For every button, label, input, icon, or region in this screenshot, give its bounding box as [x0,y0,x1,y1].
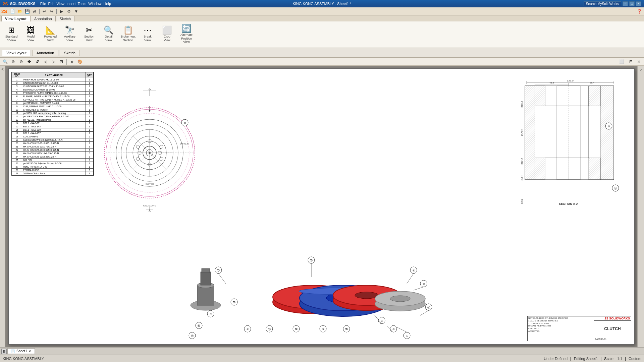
close-button[interactable]: × [636,1,641,6]
zoom-in-button[interactable]: ⊕ [9,58,17,65]
crop-view-button[interactable]: ⬜ CropView [158,24,176,44]
open-button[interactable]: 📂 [16,8,23,14]
search-mysw[interactable]: Search MySolidWorks [584,1,621,6]
table-row: 29 20 Plate Clutch Pack 1 [12,172,94,175]
table-row: 4 BEARING CARRIER 11-15-06 1 [12,88,94,92]
auxiliary-view-button[interactable]: 🔭 AuxiliaryView [60,24,79,44]
tab-annotation[interactable]: Annotation [31,16,56,21]
projected-view-button[interactable]: 📐 ProjectedView [41,24,60,44]
tab-sketch[interactable]: Sketch [56,16,75,21]
customize-button[interactable]: ▼ [73,8,79,14]
drawing-sheet: ITEMNO. P ART NUMBER QTY. 1 INNER HUB 20… [8,68,635,345]
cell-part-number: 20 Plate Clutch Pack [22,172,86,175]
cell-part-number: CUP, SPRING 20P111-KK, 11-15-06 [22,105,86,108]
svg-text:⑦: ⑦ [210,313,212,316]
table-row: 10 SPROCKET 37 TOOTH 1 [12,108,94,112]
svg-text:⑯: ⑯ [198,324,200,327]
menu-insert[interactable]: Insert [66,2,76,6]
svg-rect-49 [535,158,545,180]
view-layout-tab[interactable]: View Layout [2,50,31,56]
save-button[interactable]: 💾 [24,8,31,14]
section-view-button[interactable]: ✂ SectionView [80,24,99,44]
cell-qty: 1 [86,125,94,128]
appearance-button[interactable]: 🎨 [76,58,84,65]
break-view-button[interactable]: ⋯ BreakView [138,24,157,44]
table-row: 9 CUP, SPRING 20P111-KK, 11-15-06 6 [12,105,94,108]
sidebar-collapse[interactable]: ◁ [1,67,4,71]
zoom-out-button[interactable]: ⊖ [17,58,25,65]
next-view-button[interactable]: ▷ [50,58,57,65]
sketch-tab[interactable]: Sketch [60,50,80,56]
cell-item-no: 11 [12,112,22,115]
svg-text:㉙: ㉙ [310,259,313,262]
menu-file[interactable]: File [40,2,46,6]
cell-qty: 9 [86,142,94,145]
detail-view-button[interactable]: 🔍 DetailView [99,24,118,44]
table-row: 7 KEYHOLE FITTING 20P107-KK REV A , 12-2… [12,98,94,102]
right-tab-1[interactable]: ◁ [639,67,643,73]
break-view-icon: ⋯ [144,26,152,34]
tab-view-layout[interactable]: View Layout [1,16,30,21]
paper-value: Custom [629,357,641,361]
model-view-button[interactable]: 🖼 ModelView [21,24,40,44]
cell-item-no: 27 [12,165,22,169]
section-view: 126.5 43.8 28.4 [517,77,621,218]
cell-qty: 1 [86,92,94,95]
rotate-button[interactable]: ↺ [34,58,41,65]
cell-part-number: HX-SHCS 0.25-20x0.625x0.625-N [22,142,86,145]
table-row: 27 HJNUT 0.4375-14-D-N 1 [12,165,94,169]
sheet-tab-1[interactable]: 📄 Sheet1 ✕ [7,348,35,354]
new-button[interactable]: 📄 [9,8,16,14]
svg-line-128 [414,287,424,290]
thumbnail-btn[interactable]: ▦ [1,349,7,354]
close-view-button[interactable]: ✕ [635,58,643,65]
view-selector-button[interactable]: ⊡ [58,58,65,65]
menu-edit[interactable]: Edit [48,2,54,6]
display-mode-button[interactable]: ◈ [68,58,75,65]
cell-part-number: pn 9P235-56, Adjuster Screw, 2-6-06 [22,162,86,165]
prev-view-button[interactable]: ◁ [42,58,49,65]
run-button[interactable]: ▶ [58,8,65,14]
expand-button[interactable]: ⬜ [618,58,625,65]
menu-window[interactable]: Window [88,2,101,6]
model-view-icon: 🖼 [27,26,35,34]
cell-part-number: HX-SHCS 0.3125-18x0.75x0.75-N [22,152,86,155]
menu-help[interactable]: Help [103,2,111,6]
svg-text:213.4: 213.4 [521,175,523,181]
projected-view-label: ProjectedView [44,35,57,42]
standard-3view-label: Standard3 View [5,35,18,42]
svg-text:KING KONG: KING KONG [143,204,156,207]
standard-3view-button[interactable]: ⊞ Standard3 View [2,24,21,44]
alternate-position-button[interactable]: 🔄 AlternatePositionView [177,24,196,44]
svg-text:Ø124.4: Ø124.4 [521,158,523,164]
detail-view-icon: 🔍 [104,26,114,34]
quick-access-toolbar: 2S 📄 📂 💾 🖨 ↩ ↪ ▶ ⚙ ▼ ❓ [0,7,644,15]
cell-item-no: 10 [12,108,22,112]
annotation-tab[interactable]: Annotation [32,50,59,56]
maximize-button[interactable]: □ [629,1,635,6]
table-row: 28 PERMA GLIDE 6 [12,169,94,172]
print-button[interactable]: 🖨 [31,8,38,14]
cell-item-no: 16 [12,128,22,132]
broken-out-button[interactable]: 📋 Broken-outSection [119,24,138,44]
table-row: 13 pn 732121, Threaded Plug 1 [12,118,94,122]
menu-tools[interactable]: Tools [78,2,87,6]
cell-part-number: B27.1 - NA2-281 [22,122,86,125]
drawing-area[interactable]: ITEMNO. P ART NUMBER QTY. 1 INNER HUB 20… [5,66,637,347]
help-button[interactable]: ❓ [636,8,643,14]
redo-button[interactable]: ↪ [48,8,55,14]
view-group: ⊞ Standard3 View 🖼 ModelView 📐 Projected… [2,23,199,46]
parts-table: ITEMNO. P ART NUMBER QTY. 1 INNER HUB 20… [12,72,94,175]
sw-logo-small: 2S [1,9,7,14]
cell-qty: 1 [86,162,94,165]
settings-button[interactable]: ⚙ [65,8,72,14]
sheet-tab-close[interactable]: ✕ [29,350,31,353]
undo-button[interactable]: ↩ [41,8,48,14]
cell-part-number: SCHCSCREW 0.19-32x0.5x0.5-HX-N [22,138,86,142]
zoom-to-fit-button[interactable]: 🔍 [1,58,9,65]
title-block-num: 1A9938-01 [595,338,606,340]
menu-view[interactable]: View [56,2,64,6]
minimize-button[interactable]: − [623,1,628,6]
restore-button[interactable]: ⊟ [627,58,635,65]
pan-button[interactable]: ✥ [25,58,33,65]
